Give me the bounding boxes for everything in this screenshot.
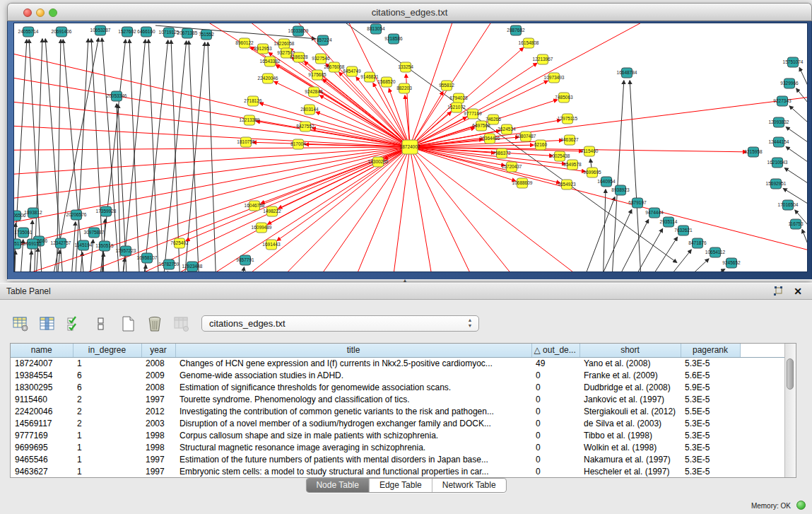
graph-edge[interactable] <box>799 68 808 86</box>
table-cell[interactable]: 1997 <box>141 465 175 477</box>
table-row[interactable]: 911546021997Tourette syndrome. Phenomeno… <box>11 393 786 405</box>
table-row[interactable]: 969969511998Structural magnetic resonanc… <box>11 441 786 453</box>
table-cell[interactable]: 1 <box>73 357 141 369</box>
table-cell[interactable]: 9777169 <box>11 429 73 441</box>
table-cell[interactable]: 0 <box>531 429 579 441</box>
graph-edge[interactable] <box>163 41 187 272</box>
table-cell[interactable]: 2008 <box>141 357 175 369</box>
table-cell[interactable]: 9699695 <box>11 441 73 453</box>
table-row[interactable]: 946554611997Estimation of the future num… <box>11 453 786 465</box>
column-header-out_de[interactable]: △ out_de... <box>531 344 579 357</box>
column-header-in_degree[interactable]: in_degree <box>73 344 141 357</box>
graph-edge[interactable] <box>410 147 636 272</box>
table-cell[interactable]: 5.3E-5 <box>681 465 740 477</box>
table-selector-dropdown[interactable]: citations_edges.txt ▲▼ <box>201 315 479 332</box>
graph-edge[interactable] <box>675 259 709 272</box>
graph-edge[interactable] <box>612 220 649 272</box>
table-cell[interactable]: 18300295 <box>11 381 73 393</box>
table-cell[interactable]: 22420046 <box>11 405 73 417</box>
table-cell[interactable]: 6 <box>73 381 141 393</box>
graph-edge[interactable] <box>410 147 488 272</box>
table-cell[interactable]: 2 <box>73 393 141 405</box>
table-cell[interactable]: Wolkin et al. (1998) <box>579 441 681 453</box>
table-cell[interactable]: 5.3E-5 <box>681 357 740 369</box>
graph-edge[interactable] <box>786 127 808 142</box>
window-titlebar[interactable]: citations_edges.txt <box>7 3 812 21</box>
show-columns-icon[interactable] <box>38 315 57 333</box>
table-cell[interactable]: Tibbo et al. (1998) <box>579 429 681 441</box>
table-cell[interactable]: 5.6E-5 <box>681 369 740 381</box>
table-cell[interactable]: 1998 <box>141 429 175 441</box>
table-cell[interactable]: Estimation of significance thresholds fo… <box>175 381 531 393</box>
graph-edge[interactable] <box>171 40 180 272</box>
table-cell[interactable]: de Silva et al. (2003) <box>579 417 681 429</box>
table-cell[interactable]: Estimation of the future numbers of pati… <box>175 453 531 465</box>
memory-status-icon[interactable] <box>796 501 806 510</box>
table-cell[interactable]: 5.5E-5 <box>681 405 740 417</box>
table-cell[interactable]: Disruption of a novel member of a sodium… <box>175 417 531 429</box>
tab-node-table[interactable]: Node Table <box>306 479 370 492</box>
column-header-name[interactable]: name <box>11 344 73 357</box>
scrollbar-thumb[interactable] <box>787 358 794 390</box>
delete-icon[interactable] <box>146 315 164 333</box>
vertical-scrollbar[interactable] <box>784 344 796 477</box>
graph-edge[interactable] <box>143 40 168 272</box>
table-cell[interactable]: Franke et al. (2009) <box>579 369 681 381</box>
table-cell[interactable]: 14569117 <box>11 417 73 429</box>
import-table-icon[interactable] <box>172 315 191 333</box>
table-cell[interactable]: 1 <box>73 465 141 477</box>
table-cell[interactable]: 18724007 <box>11 357 73 369</box>
table-cell[interactable]: Yano et al. (2008) <box>579 357 681 369</box>
table-row[interactable]: 1938455462009Genome-wide association stu… <box>11 369 786 381</box>
table-cell[interactable]: 0 <box>531 465 579 477</box>
graph-edge[interactable] <box>785 168 808 183</box>
table-cell[interactable]: 2012 <box>141 405 175 417</box>
table-cell[interactable]: 0 <box>531 393 579 405</box>
table-cell[interactable]: 0 <box>531 405 579 417</box>
table-cell[interactable]: 9463627 <box>11 465 73 477</box>
graph-edge[interactable] <box>13 122 410 147</box>
table-cell[interactable]: 0 <box>531 453 579 465</box>
table-cell[interactable]: Investigating the contribution of common… <box>175 405 531 417</box>
graph-edge[interactable] <box>75 39 88 272</box>
graph-edge[interactable] <box>13 66 410 147</box>
table-cell[interactable]: 19384554 <box>11 369 73 381</box>
graph-edge[interactable] <box>630 81 642 272</box>
graph-edge[interactable] <box>305 144 410 147</box>
table-cell[interactable]: 5.9E-5 <box>681 381 740 393</box>
table-cell[interactable]: Structural magnetic resonance image aver… <box>175 441 531 453</box>
network-canvas[interactable]: 8960122891295318226058932750316543382818… <box>13 23 808 272</box>
table-cell[interactable]: 2 <box>73 405 141 417</box>
table-cell[interactable]: 9465546 <box>11 453 73 465</box>
table-row[interactable]: 2242004622012Investigating the contribut… <box>11 405 786 417</box>
graph-edge[interactable] <box>63 40 85 272</box>
graph-edge[interactable] <box>129 40 140 272</box>
graph-edge[interactable] <box>165 271 167 272</box>
table-cell[interactable]: 5.3E-5 <box>681 393 740 405</box>
table-cell[interactable]: 2003 <box>141 417 175 429</box>
table-cell[interactable]: Genome-wide association studies in ADHD. <box>175 369 531 381</box>
table-cell[interactable]: Changes of HCN gene expression and I(f) … <box>175 357 531 369</box>
table-cell[interactable]: 0 <box>531 381 579 393</box>
graph-edge[interactable] <box>410 94 808 147</box>
column-header-year[interactable]: year <box>141 344 175 357</box>
table-cell[interactable]: 0 <box>531 441 579 453</box>
table-cell[interactable]: 1 <box>73 441 141 453</box>
table-cell[interactable]: 5.3E-5 <box>681 417 740 429</box>
graph-edge[interactable] <box>99 40 126 272</box>
table-cell[interactable]: 2008 <box>141 381 175 393</box>
column-header-title[interactable]: title <box>175 344 531 357</box>
float-window-icon[interactable] <box>772 286 784 297</box>
select-all-icon[interactable] <box>65 315 83 333</box>
table-cell[interactable]: 49 <box>531 357 579 369</box>
table-cell[interactable]: 5.3E-5 <box>681 429 740 441</box>
table-cell[interactable]: 0 <box>531 369 579 381</box>
table-cell[interactable]: 1 <box>73 453 141 465</box>
graph-edge[interactable] <box>268 147 410 224</box>
graph-edge[interactable] <box>122 40 146 272</box>
graph-edge[interactable] <box>240 267 244 272</box>
table-cell[interactable]: Stergiakouli et al. (2012) <box>579 405 681 417</box>
rows-icon[interactable] <box>92 315 110 333</box>
table-cell[interactable]: Tourette syndrome. Phenomenology and cla… <box>175 393 531 405</box>
table-cell[interactable]: Dudbridge et al. (2008) <box>579 381 681 393</box>
